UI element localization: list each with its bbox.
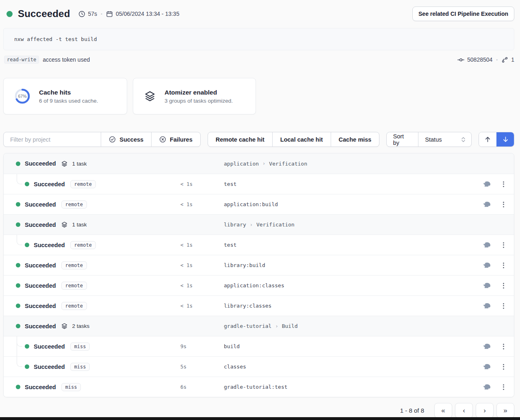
table-row[interactable]: Succeeded remote < 1s library:build (4, 255, 514, 275)
chevron-updown-icon (461, 136, 466, 143)
cache-status-badge: remote (61, 200, 87, 209)
pagination-last-button[interactable]: » (496, 403, 514, 418)
table-row[interactable]: Succeeded miss 6s gradle-tutorial:test (4, 377, 514, 397)
calendar-icon (106, 11, 113, 17)
sort-descending-button[interactable] (496, 132, 514, 146)
sort-value: Status (425, 136, 442, 143)
pagination: 1 - 8 of 8 « ‹ › » (3, 403, 514, 418)
cache-status-badge: miss (61, 383, 81, 391)
x-circle-icon (159, 136, 166, 143)
success-filter-button[interactable]: Success (101, 132, 151, 146)
status-dot (25, 344, 29, 349)
gradle-icon[interactable] (482, 181, 491, 187)
kebab-menu-icon[interactable] (501, 200, 506, 209)
row-status-label: Succeeded (25, 160, 56, 167)
table-row[interactable]: Succeeded remote < 1s application:build (4, 194, 514, 214)
token-row: read-write access token used 50828504 • … (4, 56, 514, 64)
task-name: test (221, 242, 478, 248)
kebab-menu-icon[interactable] (501, 302, 506, 310)
local-cache-hit-button[interactable]: Local cache hit (272, 132, 331, 146)
table-row[interactable]: Succeeded remote < 1s test (4, 235, 514, 255)
atomizer-icon (61, 160, 68, 167)
atomizer-card: Atomizer enabled 3 groups of tasks optim… (133, 78, 256, 114)
sort-ascending-button[interactable] (479, 132, 496, 146)
gradle-icon[interactable] (482, 384, 491, 390)
breadcrumb-target: Verification (269, 161, 307, 167)
table-row[interactable]: Succeeded remote < 1s test (4, 174, 514, 194)
task-list: Succeeded 1 task application › Verificat… (3, 153, 514, 397)
cache-miss-button[interactable]: Cache miss (331, 132, 379, 146)
task-name: library:build (221, 262, 478, 268)
kebab-menu-icon[interactable] (501, 281, 506, 290)
remote-cache-hit-button[interactable]: Remote cache hit (208, 132, 272, 146)
table-row-group[interactable]: Succeeded 1 task library › Verification (4, 214, 514, 235)
kebab-menu-icon[interactable] (501, 261, 506, 270)
sort-by-label: Sort by (387, 132, 418, 146)
task-count: 2 tasks (72, 323, 90, 329)
breadcrumb-target: Build (282, 323, 298, 329)
command-box: nxw affected -t test build (3, 28, 514, 50)
gradle-icon[interactable] (482, 282, 491, 289)
cache-hit-percent: 67% (14, 88, 30, 104)
status-dot (25, 243, 29, 247)
chevron-right-icon: › (262, 161, 265, 166)
clock-icon (78, 11, 85, 17)
kebab-menu-icon[interactable] (501, 180, 506, 189)
row-status-label: Succeeded (34, 364, 65, 370)
pagination-first-button[interactable]: « (434, 403, 452, 418)
gradle-icon[interactable] (482, 343, 491, 349)
table-row[interactable]: Succeeded miss 5s classes (4, 356, 514, 377)
cache-hits-card: 67% Cache hits 6 of 9 tasks used cache. (3, 78, 127, 114)
task-duration: < 1s (177, 181, 221, 187)
kebab-menu-icon[interactable] (501, 342, 506, 351)
task-name: classes (221, 364, 478, 370)
task-count: 1 task (72, 222, 87, 228)
row-status-label: Succeeded (25, 201, 56, 208)
task-duration: 6s (177, 384, 221, 390)
failures-filter-button[interactable]: Failures (151, 132, 200, 146)
row-status-label: Succeeded (25, 303, 56, 309)
pagination-next-button[interactable]: › (476, 403, 494, 418)
table-row[interactable]: Succeeded remote < 1s application:classe… (4, 275, 514, 295)
breadcrumb: application › Verification (221, 161, 478, 167)
cache-status-badge: remote (61, 282, 87, 290)
task-duration: < 1s (177, 262, 221, 268)
task-duration: < 1s (177, 282, 221, 289)
gradle-icon[interactable] (482, 303, 491, 309)
pagination-prev-button[interactable]: ‹ (455, 403, 473, 418)
see-related-ci-pipeline-button[interactable]: See related CI Pipeline Execution (412, 6, 514, 21)
bottom-bar (0, 417, 520, 420)
task-duration: < 1s (177, 201, 221, 207)
gradle-icon[interactable] (482, 242, 491, 248)
table-row-group[interactable]: Succeeded 1 task application › Verificat… (4, 153, 514, 174)
table-row[interactable]: Succeeded remote < 1s library:classes (4, 295, 514, 316)
sort-select[interactable]: Status (418, 132, 471, 146)
filter-by-project-input[interactable] (4, 132, 101, 146)
table-row[interactable]: Succeeded miss 9s build (4, 336, 514, 356)
branch-icon (501, 56, 508, 63)
commit-id[interactable]: 50828504 (467, 56, 492, 63)
breadcrumb-target: Verification (256, 222, 295, 228)
cache-status-badge: miss (70, 342, 90, 351)
row-status-label: Succeeded (34, 181, 65, 187)
access-token-text: access token used (43, 56, 90, 63)
status-dot (16, 222, 20, 227)
row-status-label: Succeeded (25, 384, 56, 390)
gradle-icon[interactable] (482, 364, 491, 370)
gradle-icon[interactable] (482, 201, 491, 207)
branch-count[interactable]: 1 (511, 56, 514, 63)
kebab-menu-icon[interactable] (501, 362, 506, 371)
kebab-menu-icon[interactable] (501, 383, 506, 392)
success-filter-label: Success (119, 136, 143, 143)
cache-status-badge: remote (61, 261, 87, 269)
gradle-icon[interactable] (482, 262, 491, 268)
project-filter-group: Success Failures (3, 132, 201, 147)
atomizer-icon (61, 221, 68, 228)
status-dot (16, 385, 20, 389)
cache-hits-subtitle: 6 of 9 tasks used cache. (39, 98, 98, 104)
kebab-menu-icon[interactable] (501, 241, 506, 250)
status-dot (16, 162, 20, 166)
atomizer-icon (61, 323, 68, 330)
table-row-group[interactable]: Succeeded 2 tasks gradle-tutorial › Buil… (4, 316, 514, 336)
task-duration: < 1s (177, 303, 221, 309)
